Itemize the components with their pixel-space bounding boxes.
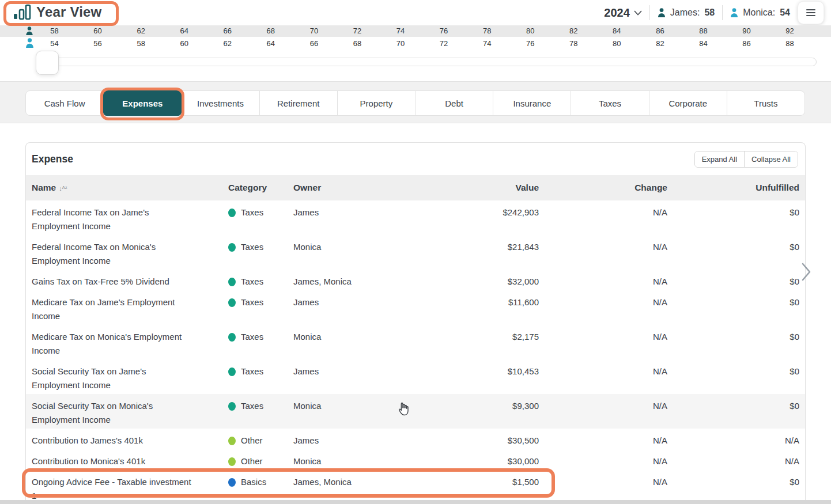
page-title: Year View <box>36 4 101 20</box>
age-value-monica: 58 <box>119 37 163 51</box>
table-row[interactable]: Social Security Tax on Monica's Employme… <box>26 394 805 429</box>
expense-value: $30,000 <box>426 449 539 470</box>
age-value-monica: 68 <box>335 37 379 51</box>
expense-name: Social Security Tax on Jame's Employment… <box>32 359 228 394</box>
table-row[interactable]: Contribution to James's 401kOtherJames$3… <box>26 429 805 449</box>
category-label: Taxes <box>241 206 263 219</box>
expense-value: $1,500 <box>426 470 539 491</box>
age-value-monica: 88 <box>768 37 811 51</box>
expense-value: $32,000 <box>426 270 539 290</box>
chevron-down-icon <box>634 10 642 16</box>
tab-taxes[interactable]: Taxes <box>571 90 649 116</box>
expense-name: Social Security Tax on Monica's Employme… <box>32 394 228 429</box>
age-row-monica: 545658606264666870727476788082848688 <box>0 37 831 51</box>
age-value-james: 66 <box>206 25 249 37</box>
expand-all-button[interactable]: Expand All <box>695 151 744 167</box>
sort-az-icon: ↓ᴬᶻ <box>59 185 67 192</box>
expense-value: $21,843 <box>426 235 539 256</box>
expense-value: $10,453 <box>426 359 539 380</box>
year-value: 2024 <box>604 6 630 20</box>
tab-debt[interactable]: Debt <box>415 90 493 116</box>
table-row[interactable]: Medicare Tax on Monica's Employment Inco… <box>26 325 805 359</box>
category-dot-icon <box>228 457 236 466</box>
person-age: 54 <box>780 7 790 18</box>
category-label: Taxes <box>241 399 263 413</box>
column-header-name[interactable]: Name↓ᴬᶻ <box>32 183 228 193</box>
category-dot-icon <box>228 478 236 487</box>
top-right-cluster: 2024 James: 58 Monica: 54 <box>604 0 824 25</box>
expense-value: $242,903 <box>426 200 539 221</box>
column-header-owner[interactable]: Owner <box>293 183 426 193</box>
expense-category: Taxes <box>228 235 293 256</box>
table-row[interactable]: Contribution to Monica's 401kOtherMonica… <box>26 449 805 470</box>
expense-unfulfilled: $0 <box>667 325 799 346</box>
divider <box>722 5 723 20</box>
expense-category: Taxes <box>228 394 293 415</box>
expense-unfulfilled: $0 <box>667 200 799 221</box>
tab-cash-flow[interactable]: Cash Flow <box>25 90 104 116</box>
category-label: Other <box>241 454 263 468</box>
category-dot-icon <box>228 278 236 286</box>
expense-change: N/A <box>539 270 667 290</box>
panel-title: Expense <box>32 153 73 165</box>
tab-expenses[interactable]: Expenses <box>103 90 182 116</box>
timeline-slider-handle[interactable] <box>36 51 59 75</box>
category-label: Other <box>241 434 263 448</box>
age-value-monica: 66 <box>292 37 335 51</box>
age-scale-monica: 545658606264666870727476788082848688 <box>33 37 811 51</box>
age-value-james: 74 <box>379 25 422 37</box>
age-value-monica: 78 <box>552 37 595 51</box>
horizontal-scrollbar[interactable] <box>0 500 831 504</box>
column-header-value[interactable]: Value <box>426 183 539 193</box>
person-monica-badge[interactable]: Monica: 54 <box>730 7 790 18</box>
hamburger-menu-button[interactable] <box>798 1 824 24</box>
age-value-james: 92 <box>768 25 811 37</box>
expand-collapse-group: Expand All Collapse All <box>694 151 798 168</box>
person-icon <box>730 8 738 17</box>
expense-unfulfilled: N/A <box>667 449 799 470</box>
tab-insurance[interactable]: Insurance <box>493 90 571 116</box>
category-dot-icon <box>228 367 236 376</box>
age-value-monica: 80 <box>595 37 639 51</box>
expense-owner: James <box>293 359 426 380</box>
expense-value: $11,600 <box>426 290 539 311</box>
timeline-slider-track[interactable] <box>47 58 817 66</box>
tab-retirement[interactable]: Retirement <box>259 90 338 116</box>
tab-investments[interactable]: Investments <box>181 90 259 116</box>
expense-name: Federal Income Tax on Monica's Employmen… <box>32 235 228 270</box>
tab-strip: Cash FlowExpensesInvestmentsRetirementPr… <box>0 81 831 123</box>
tab-trusts[interactable]: Trusts <box>727 90 805 116</box>
age-value-monica: 86 <box>725 37 768 51</box>
category-dot-icon <box>228 333 236 342</box>
age-value-james: 62 <box>119 25 163 37</box>
age-value-james: 60 <box>76 25 119 37</box>
expense-owner: Monica <box>293 449 426 470</box>
table-row[interactable]: Medicare Tax on Jame's Employment Income… <box>26 290 805 325</box>
column-header-change[interactable]: Change <box>539 183 667 193</box>
tab-corporate[interactable]: Corporate <box>649 90 727 116</box>
person-age: 58 <box>704 7 715 18</box>
table-row[interactable]: Federal Income Tax on Jame's Employment … <box>26 200 805 235</box>
scroll-right-chevron[interactable] <box>801 262 811 284</box>
app-logo: Year View <box>13 3 101 21</box>
expense-change: N/A <box>539 429 667 449</box>
column-header-category[interactable]: Category <box>228 183 293 193</box>
expense-name: Contribution to Monica's 401k <box>32 449 228 470</box>
expense-category: Basics <box>228 470 293 491</box>
expense-owner: James <box>293 200 426 221</box>
column-header-unfulfilled[interactable]: Unfulfilled <box>667 183 799 193</box>
expense-category: Taxes <box>228 270 293 290</box>
person-icon <box>658 8 666 17</box>
table-row[interactable]: Social Security Tax on Jame's Employment… <box>26 359 805 394</box>
table-row[interactable]: Gains Tax on Tax-Free 5% DividendTaxesJa… <box>26 270 805 290</box>
table-row[interactable]: Ongoing Advice Fee - Taxable investment … <box>26 470 805 504</box>
category-label: Taxes <box>241 240 263 254</box>
year-selector[interactable]: 2024 <box>604 6 642 20</box>
expense-name: Ongoing Advice Fee - Taxable investment … <box>32 470 228 504</box>
collapse-all-button[interactable]: Collapse All <box>744 151 798 167</box>
person-james-badge[interactable]: James: 58 <box>658 7 715 18</box>
expense-unfulfilled: $0 <box>667 394 799 415</box>
expense-unfulfilled: N/A <box>667 429 799 449</box>
tab-property[interactable]: Property <box>337 90 416 116</box>
table-row[interactable]: Federal Income Tax on Monica's Employmen… <box>26 235 805 270</box>
